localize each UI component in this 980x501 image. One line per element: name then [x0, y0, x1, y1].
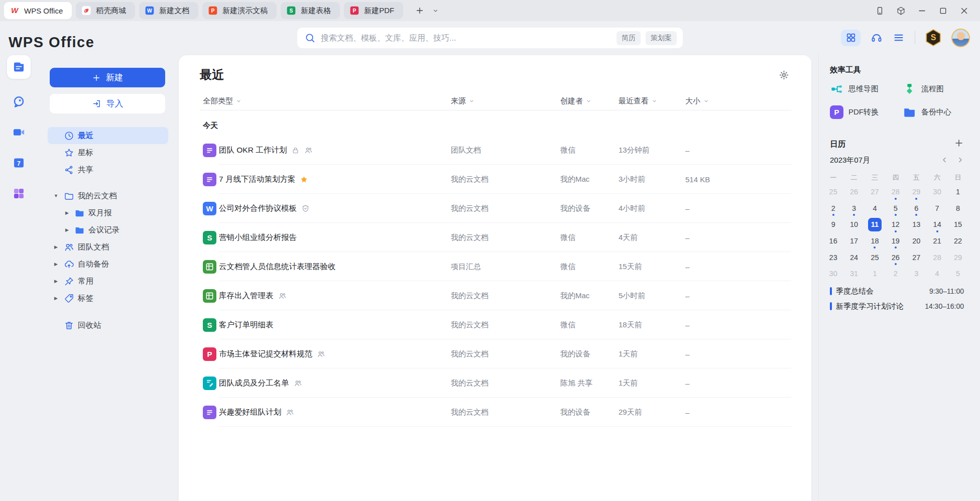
sidebar-item-星标[interactable]: 星标 [38, 144, 179, 161]
chevron-right-icon[interactable]: ▶ [64, 227, 70, 232]
calendar-day[interactable]: 1 [947, 184, 968, 200]
sidebar-item-常用[interactable]: ▶常用 [38, 273, 179, 290]
calendar-prev-icon[interactable] [941, 156, 948, 164]
user-avatar[interactable] [951, 29, 970, 47]
calendar-day[interactable]: 18 [865, 233, 885, 249]
chevron-right-icon[interactable]: ▶ [53, 296, 59, 301]
search-input[interactable] [321, 34, 617, 43]
calendar-day[interactable]: 4 [927, 266, 947, 282]
calendar-day[interactable]: 27 [865, 184, 885, 200]
calendar-day[interactable]: 28 [927, 249, 947, 266]
calendar-day[interactable]: 28 [885, 184, 906, 200]
calendar-day[interactable]: 24 [843, 249, 864, 266]
sidebar-item-双月报[interactable]: ▶双月报 [38, 204, 179, 221]
calendar-day[interactable]: 31 [843, 266, 864, 282]
vip-member-badge[interactable]: S [925, 29, 941, 46]
file-row[interactable]: S营销小组业绩分析报告我的云文档微信4天前– [179, 223, 811, 252]
calendar-day[interactable]: 25 [823, 184, 843, 200]
rail-apps-button[interactable] [12, 187, 26, 200]
file-row[interactable]: 云文档管人员信息统计表理器验收项目汇总微信15天前– [179, 252, 811, 281]
sidebar-item-标签[interactable]: ▶标签 [38, 290, 179, 307]
calendar-event[interactable]: 新季度学习计划讨论14:30–16:00 [830, 299, 964, 314]
file-row[interactable]: 团队成员及分工名单我的云文档陈旭 共享1天前– [179, 368, 811, 398]
new-tab-button[interactable] [415, 6, 424, 15]
sidebar-item-共享[interactable]: 共享 [38, 161, 179, 178]
tab-新建文档[interactable]: W新建文档 [139, 2, 198, 19]
import-button[interactable]: 导入 [50, 94, 165, 113]
maximize-icon[interactable] [938, 6, 948, 16]
search-tag[interactable]: 策划案 [646, 31, 677, 45]
tab-新建PDF[interactable]: P新建PDF [344, 2, 403, 19]
calendar-day[interactable]: 3 [906, 266, 927, 282]
calendar-event[interactable]: 季度总结会9:30–11:00 [830, 284, 964, 299]
calendar-day[interactable]: 3 [843, 200, 864, 217]
calendar-day[interactable]: 7 [927, 200, 947, 217]
sidebar-item-自动备份[interactable]: ▶自动备份 [38, 256, 179, 273]
mobile-view-icon[interactable] [875, 6, 885, 16]
filter-来源[interactable]: 来源 [451, 96, 474, 106]
tab-list-chevron-icon[interactable] [432, 8, 439, 14]
rail-calendar-button[interactable]: 7 [12, 156, 26, 170]
menu-button[interactable] [893, 32, 905, 44]
chevron-right-icon[interactable]: ▶ [53, 244, 59, 249]
support-headset-button[interactable] [871, 32, 883, 44]
chevron-right-icon[interactable]: ▶ [53, 279, 59, 284]
calendar-day[interactable]: 22 [947, 233, 968, 249]
file-row[interactable]: W公司对外合作协议模板我的云文档我的设备4小时前– [179, 194, 811, 223]
chevron-down-icon[interactable]: ▼ [53, 193, 59, 198]
filter-大小[interactable]: 大小 [685, 96, 709, 106]
calendar-day[interactable]: 2 [885, 266, 906, 282]
file-row[interactable]: 7 月线下活动策划方案我的云文档我的Mac3小时前514 KB [179, 165, 811, 194]
calendar-day[interactable]: 29 [906, 184, 927, 200]
calendar-day[interactable]: 1 [865, 266, 885, 282]
search-tag[interactable]: 简历 [617, 31, 641, 45]
rail-documents-button[interactable] [7, 55, 31, 79]
search-bar[interactable]: 简历策划案 [297, 28, 683, 48]
sidebar-item-我的云文档[interactable]: ▼我的云文档 [38, 187, 179, 204]
tool-流程图[interactable]: 流程图 [903, 82, 966, 96]
sidebar-item-最近[interactable]: 最近 [48, 127, 168, 144]
calendar-day[interactable]: 2 [823, 200, 843, 217]
calendar-day[interactable]: 20 [906, 233, 927, 249]
calendar-day[interactable]: 13 [906, 216, 927, 233]
tab-新建表格[interactable]: S新建表格 [281, 2, 340, 19]
filter-全部类型[interactable]: 全部类型 [203, 96, 241, 106]
calendar-day[interactable]: 8 [947, 200, 968, 217]
rail-chat-button[interactable] [12, 95, 26, 108]
tool-备份中心[interactable]: 备份中心 [903, 105, 966, 119]
calendar-add-icon[interactable] [954, 138, 964, 148]
file-row[interactable]: 库存出入管理表我的云文档我的Mac5小时前– [179, 281, 811, 310]
file-row[interactable]: 团队 OKR 工作计划团队文档微信13分钟前– [179, 136, 811, 165]
new-document-button[interactable]: 新建 [50, 68, 165, 87]
calendar-day[interactable]: 26 [843, 184, 864, 200]
chevron-right-icon[interactable]: ▶ [64, 210, 70, 215]
chevron-right-icon[interactable]: ▶ [53, 262, 59, 267]
tab-新建演示文稿[interactable]: P新建演示文稿 [202, 2, 277, 19]
calendar-day[interactable]: 30 [823, 266, 843, 282]
calendar-day[interactable]: 4 [865, 200, 885, 217]
filter-创建者[interactable]: 创建者 [560, 96, 591, 106]
calendar-day[interactable]: 12 [885, 216, 906, 233]
calendar-day[interactable]: 25 [865, 249, 885, 266]
calendar-day[interactable]: 21 [927, 233, 947, 249]
close-icon[interactable] [959, 6, 969, 16]
calendar-next-icon[interactable] [956, 156, 964, 164]
calendar-day[interactable]: 30 [927, 184, 947, 200]
calendar-day[interactable]: 17 [843, 233, 864, 249]
calendar-day[interactable]: 23 [823, 249, 843, 266]
calendar-day[interactable]: 16 [823, 233, 843, 249]
apps-grid-button[interactable] [841, 30, 861, 46]
tool-思维导图[interactable]: 思维导图 [830, 82, 903, 96]
calendar-day[interactable]: 9 [823, 216, 843, 233]
filter-最近查看[interactable]: 最近查看 [619, 96, 657, 106]
minimize-icon[interactable] [917, 6, 927, 16]
calendar-day[interactable]: 6 [906, 200, 927, 217]
workspace-icon[interactable] [896, 6, 906, 16]
calendar-day[interactable]: 5 [947, 266, 968, 282]
settings-gear-icon[interactable] [779, 70, 789, 80]
calendar-day[interactable]: 15 [947, 216, 968, 233]
tab-稻壳商城[interactable]: 稻壳商城 [76, 2, 135, 19]
rail-meeting-button[interactable] [12, 126, 26, 139]
calendar-day[interactable]: 26 [885, 249, 906, 266]
tool-PDF转换[interactable]: PPDF转换 [830, 105, 903, 119]
